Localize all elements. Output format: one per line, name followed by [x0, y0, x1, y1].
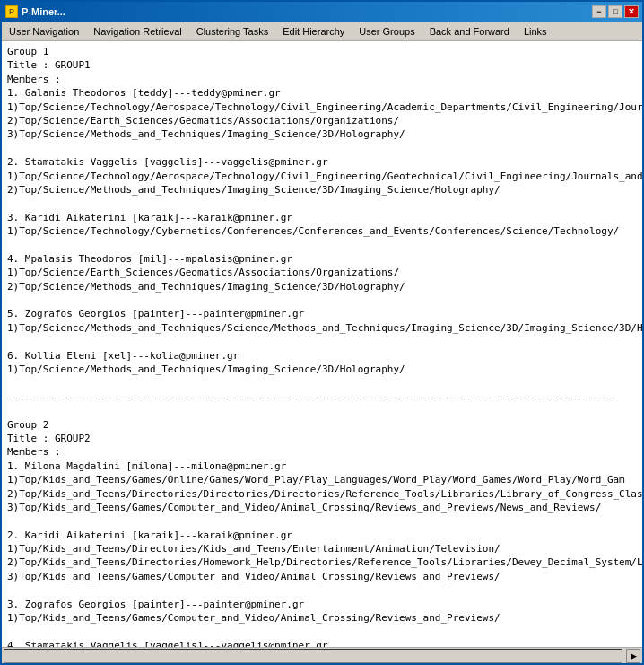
main-content-scroll[interactable]: Group 1Title : GROUP1Members :1. Galanis… — [2, 41, 642, 647]
content-line — [7, 625, 637, 638]
content-line: Title : GROUP2 — [7, 432, 637, 445]
content-line: 2. Stamatakis Vaggelis [vaggelis]---vagg… — [7, 155, 637, 169]
content-line: Members : — [7, 73, 637, 86]
content-line: 5. Zografos Georgios [painter]---painter… — [7, 307, 637, 320]
menu-navigation-retrieval[interactable]: Navigation Retrieval — [86, 24, 188, 39]
main-window: P P-Miner... − □ ✕ User Navigation Navig… — [0, 0, 644, 665]
content-line: 4. Mpalasis Theodoros [mil]---mpalasis@p… — [7, 252, 637, 266]
app-icon: P — [5, 5, 18, 18]
content-line: 1)Top/Kids_and_Teens/Directories/Kids_an… — [7, 542, 637, 556]
content-line: 1)Top/Kids_and_Teens/Games/Online/Games/… — [7, 473, 637, 486]
content-area: Group 1Title : GROUP1Members :1. Galanis… — [2, 41, 642, 647]
content-line: 2)Top/Science/Methods_and_Techniques/Ima… — [7, 280, 637, 293]
content-line — [7, 514, 637, 528]
title-buttons: − □ ✕ — [592, 5, 639, 18]
content-line: 1)Top/Science/Methods_and_Techniques/Ima… — [7, 363, 637, 376]
menu-user-groups[interactable]: User Groups — [352, 24, 422, 39]
menu-links[interactable]: Links — [517, 24, 554, 39]
maximize-button[interactable]: □ — [608, 5, 622, 18]
content-line: 1)Top/Science/Technology/Aerospace/Techn… — [7, 170, 637, 183]
content-line: 1)Top/Science/Technology/Cybernetics/Con… — [7, 224, 637, 238]
status-left-panel — [4, 649, 622, 663]
menu-bar: User Navigation Navigation Retrieval Clu… — [2, 22, 642, 41]
title-bar-left: P P-Miner... — [5, 5, 65, 18]
content-line — [7, 142, 637, 155]
content-line: 4. Stamatakis Vaggelis [vaggelis]---vagg… — [7, 639, 637, 647]
content-line: 6. Kollia Eleni [xel]---kolia@pminer.gr — [7, 349, 637, 363]
menu-edit-hierarchy[interactable]: Edit Hierarchy — [275, 24, 352, 39]
status-bar: ▶ — [2, 647, 642, 663]
menu-user-navigation[interactable]: User Navigation — [2, 24, 86, 39]
content-line: 1)Top/Science/Methods_and_Techniques/Sci… — [7, 321, 637, 335]
content-line — [7, 376, 637, 389]
content-line: 1. Galanis Theodoros [teddy]---teddy@pmi… — [7, 86, 637, 100]
content-line: 3)Top/Kids_and_Teens/Games/Computer_and_… — [7, 570, 637, 583]
content-line — [7, 293, 637, 307]
status-right-panel: ▶ — [626, 649, 640, 663]
content-line — [7, 335, 637, 348]
content-line: Group 1 — [7, 45, 637, 58]
content-line: ----------------------------------------… — [7, 390, 637, 404]
content-line — [7, 238, 637, 251]
menu-back-forward[interactable]: Back and Forward — [422, 24, 517, 39]
menu-clustering-tasks[interactable]: Clustering Tasks — [189, 24, 276, 39]
title-bar: P P-Miner... − □ ✕ — [2, 2, 642, 22]
content-line — [7, 404, 637, 417]
content-line — [7, 197, 637, 210]
content-line: 3)Top/Science/Methods_and_Techniques/Ima… — [7, 127, 637, 141]
content-line: 1)Top/Science/Technology/Aerospace/Techn… — [7, 101, 637, 114]
window-title: P-Miner... — [22, 6, 65, 17]
content-line: 2)Top/Kids_and_Teens/Directories/Homewor… — [7, 556, 637, 569]
content-line — [7, 583, 637, 597]
content-line: 3. Karidi Aikaterini [karaik]---karaik@p… — [7, 211, 637, 224]
content-line: 3. Zografos Georgios [painter]---painter… — [7, 598, 637, 611]
content-line: Members : — [7, 445, 637, 459]
content-line: 2)Top/Science/Earth_Sciences/Geomatics/A… — [7, 114, 637, 127]
minimize-button[interactable]: − — [592, 5, 606, 18]
content-line: 1)Top/Kids_and_Teens/Games/Computer_and_… — [7, 611, 637, 625]
content-line: 2. Karidi Aikaterini [karaik]---karaik@p… — [7, 529, 637, 542]
content-line: 1)Top/Science/Earth_Sciences/Geomatics/A… — [7, 266, 637, 279]
content-line: Group 2 — [7, 418, 637, 432]
content-line: 3)Top/Kids_and_Teens/Games/Computer_and_… — [7, 501, 637, 514]
content-line: 1. Milona Magdalini [milona]---milona@pm… — [7, 459, 637, 473]
close-button[interactable]: ✕ — [624, 5, 639, 18]
content-line: Title : GROUP1 — [7, 58, 637, 72]
content-line: 2)Top/Kids_and_Teens/Directories/Directo… — [7, 487, 637, 501]
content-line: 2)Top/Science/Methods_and_Techniques/Ima… — [7, 183, 637, 197]
